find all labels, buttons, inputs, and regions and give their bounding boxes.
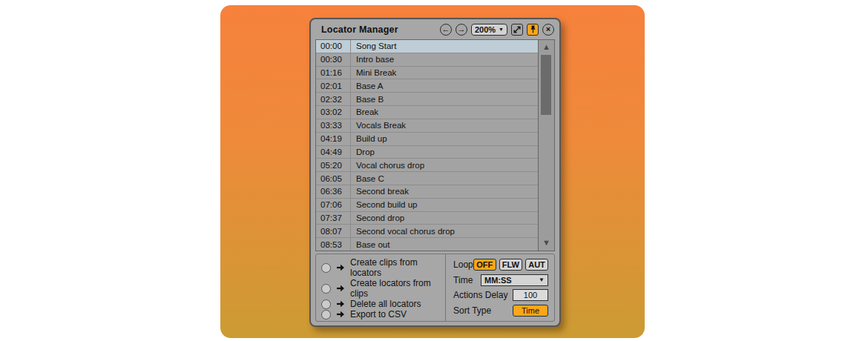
sort-type-button[interactable]: Time bbox=[513, 305, 548, 317]
arrow-right-icon bbox=[336, 311, 345, 318]
actions-column: Create clips from locators Create locato… bbox=[316, 254, 446, 321]
locator-time: 02:01 bbox=[316, 79, 351, 92]
time-format-dropdown[interactable]: MM:SS ▼ bbox=[481, 274, 548, 286]
locator-name: Second break bbox=[351, 185, 409, 198]
expand-button[interactable] bbox=[511, 24, 523, 36]
scroll-up-icon[interactable]: ▲ bbox=[539, 42, 554, 53]
action-row[interactable]: Delete all locators bbox=[321, 299, 445, 309]
action-row[interactable]: Create clips from locators bbox=[321, 257, 445, 278]
loop-label: Loop bbox=[453, 259, 473, 270]
actions-delay-label: Actions Delay bbox=[453, 290, 507, 300]
locator-name: Base B bbox=[351, 93, 384, 105]
arrow-left-icon: ← bbox=[441, 25, 450, 33]
controls-panel: Create clips from locators Create locato… bbox=[315, 254, 555, 322]
action-label: Delete all locators bbox=[350, 299, 421, 309]
scrollbar[interactable]: ▲ ▼ bbox=[538, 40, 554, 251]
time-format-row: Time MM:SS ▼ bbox=[453, 274, 548, 286]
locator-time: 06:05 bbox=[316, 172, 351, 185]
locator-time: 07:06 bbox=[316, 199, 351, 211]
action-row[interactable]: Export to CSV bbox=[321, 309, 445, 320]
locator-name: Break bbox=[351, 106, 378, 119]
locator-row[interactable]: 02:32 Base B bbox=[316, 93, 538, 106]
titlebar-controls: ← → 200% ▼ × bbox=[440, 24, 554, 36]
back-button[interactable]: ← bbox=[440, 24, 452, 36]
sort-type-label: Sort Type bbox=[453, 305, 491, 316]
locator-time: 03:33 bbox=[316, 119, 351, 132]
locator-time: 05:20 bbox=[316, 159, 351, 171]
locator-time: 08:53 bbox=[316, 238, 351, 251]
scrollbar-thumb[interactable] bbox=[541, 55, 551, 115]
action-label: Export to CSV bbox=[350, 309, 407, 320]
radio-button-icon[interactable] bbox=[321, 299, 331, 309]
locator-row[interactable]: 01:16 Mini Break bbox=[316, 67, 538, 80]
locator-name: Second drop bbox=[351, 212, 404, 225]
locator-row[interactable]: 04:49 Drop bbox=[316, 146, 538, 159]
locator-name: Intro base bbox=[351, 53, 394, 66]
loop-buttons: OFFFLWAUT bbox=[473, 259, 548, 271]
loop-option-off[interactable]: OFF bbox=[473, 259, 496, 271]
locator-list-panel: 00:00 Song Start 00:30 Intro base 01:16 … bbox=[315, 39, 555, 251]
locator-row[interactable]: 08:07 Second vocal chorus drop bbox=[316, 225, 538, 238]
radio-button-icon[interactable] bbox=[321, 284, 331, 294]
sort-type-value: Time bbox=[522, 306, 539, 315]
locator-time: 06:36 bbox=[316, 185, 351, 198]
locator-time: 07:37 bbox=[316, 212, 351, 225]
locator-row[interactable]: 06:05 Base C bbox=[316, 172, 538, 185]
pin-button[interactable] bbox=[527, 24, 539, 36]
locator-row[interactable]: 06:36 Second break bbox=[316, 185, 538, 199]
locator-time: 04:19 bbox=[316, 133, 351, 145]
locator-row[interactable]: 07:06 Second build up bbox=[316, 199, 538, 212]
loop-row: Loop OFFFLWAUT bbox=[453, 259, 548, 271]
actions-delay-row: Actions Delay 100 bbox=[453, 289, 548, 301]
locator-name: Second build up bbox=[351, 199, 417, 211]
chevron-down-icon: ▼ bbox=[539, 277, 545, 283]
sort-type-row: Sort Type Time bbox=[453, 305, 548, 317]
expand-diagonal-icon bbox=[513, 26, 521, 33]
locator-name: Base A bbox=[351, 79, 383, 92]
locator-name: Vocal chorus drop bbox=[351, 159, 424, 171]
arrow-right-icon bbox=[336, 300, 345, 308]
arrow-right-icon bbox=[336, 285, 345, 292]
pushpin-icon bbox=[530, 25, 536, 33]
locator-row[interactable]: 08:53 Base out bbox=[316, 238, 538, 251]
locator-time: 00:30 bbox=[316, 53, 351, 66]
chevron-down-icon: ▼ bbox=[499, 27, 504, 32]
locator-name: Mini Break bbox=[351, 67, 396, 79]
locator-row[interactable]: 05:20 Vocal chorus drop bbox=[316, 159, 538, 172]
radio-button-icon[interactable] bbox=[321, 263, 331, 273]
arrow-right-icon: → bbox=[457, 25, 465, 33]
locator-time: 01:16 bbox=[316, 67, 351, 79]
locator-row[interactable]: 00:30 Intro base bbox=[316, 53, 538, 67]
forward-button[interactable]: → bbox=[456, 24, 467, 36]
radio-button-icon[interactable] bbox=[321, 310, 331, 320]
locator-row[interactable]: 03:02 Break bbox=[316, 106, 538, 119]
action-row[interactable]: Create locators from clips bbox=[321, 278, 445, 299]
locator-row[interactable]: 00:00 Song Start bbox=[316, 40, 538, 53]
locator-row[interactable]: 07:37 Second drop bbox=[316, 212, 538, 225]
locator-name: Base out bbox=[351, 238, 389, 251]
locator-time: 00:00 bbox=[316, 40, 351, 53]
locator-name: Base C bbox=[351, 172, 384, 185]
actions-delay-input[interactable]: 100 bbox=[513, 289, 548, 301]
locator-name: Second vocal chorus drop bbox=[351, 225, 455, 237]
close-icon: × bbox=[546, 25, 550, 33]
time-format-label: Time bbox=[453, 275, 473, 285]
zoom-dropdown[interactable]: 200% ▼ bbox=[471, 24, 507, 36]
locator-row[interactable]: 03:33 Vocals Break bbox=[316, 119, 538, 133]
locator-time: 03:02 bbox=[316, 106, 351, 119]
locator-time: 08:07 bbox=[316, 225, 351, 237]
actions-delay-value: 100 bbox=[524, 291, 537, 299]
locator-name: Vocals Break bbox=[351, 119, 406, 132]
loop-option-aut[interactable]: AUT bbox=[525, 259, 548, 271]
action-label: Create locators from clips bbox=[350, 278, 445, 299]
titlebar[interactable]: Locator Manager ← → 200% ▼ × bbox=[311, 19, 559, 39]
loop-option-flw[interactable]: FLW bbox=[499, 259, 522, 271]
locator-time: 02:32 bbox=[316, 93, 351, 105]
locator-list: 00:00 Song Start 00:30 Intro base 01:16 … bbox=[316, 40, 538, 251]
close-button[interactable]: × bbox=[542, 24, 554, 36]
window-title: Locator Manager bbox=[321, 24, 398, 35]
scroll-down-icon[interactable]: ▼ bbox=[539, 237, 554, 248]
locator-row[interactable]: 04:19 Build up bbox=[316, 133, 538, 146]
locator-time: 04:49 bbox=[316, 146, 351, 159]
locator-row[interactable]: 02:01 Base A bbox=[316, 79, 538, 93]
